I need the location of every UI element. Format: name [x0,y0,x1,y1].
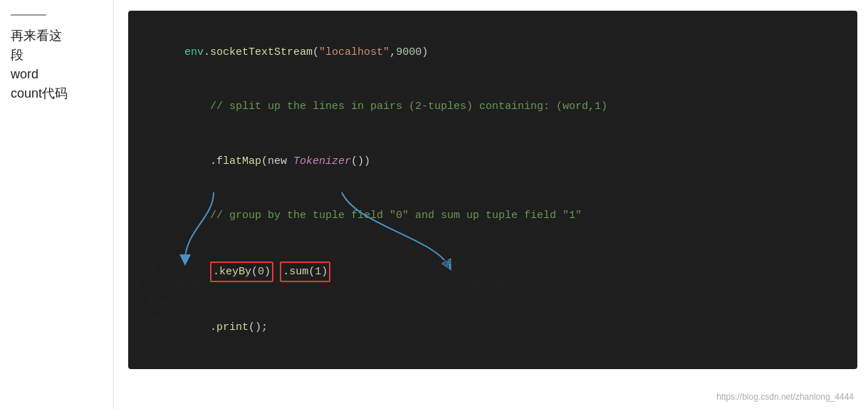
code-line-3: .flatMap(new Tokenizer()) [146,134,840,189]
annotation-left-detail: （对key进行了划分，不同task上不会出现相同的key） [135,293,244,348]
annotation-right: 调用内置的 StreamGroupedReduce UDF [406,257,553,293]
code-env: env [184,46,204,58]
annotation-left: 创建 KeyedStream （对key进行了划分，不同task上不会出现相同的… [135,257,244,348]
annotation-left-title: 创建 [135,257,244,275]
code-comment-1: // split up the lines in pairs (2-tuples… [184,100,607,113]
sidebar-decoration [11,14,46,16]
code-string-localhost: "localhost" [319,46,389,58]
annotation-right-title: 调用内置的 [406,257,553,275]
code-method-flatmap: flatMap [216,155,261,167]
annotation-right-sub: StreamGroupedReduce UDF [406,275,553,294]
sidebar: 再来看这 段 word count代码 [0,0,114,409]
main-content: env.socketTextStream("localhost",9000) /… [117,0,868,409]
arrow-left [171,189,256,264]
annotation-left-sub: KeyedStream [135,275,244,294]
code-line-2: // split up the lines in pairs (2-tuples… [146,80,840,135]
code-class-tokenizer: Tokenizer [293,155,351,167]
code-number-9000: 9000 [396,46,422,58]
sidebar-text: 再来看这 段 word count代码 [11,26,68,103]
code-method-socket: socketTextStream [210,46,313,58]
watermark: https://blog.csdn.net/zhanlong_4444 [716,392,854,402]
code-line-1: env.socketTextStream("localhost",9000) [146,25,840,80]
annotation-area: 创建 KeyedStream （对key进行了划分，不同task上不会出现相同的… [128,192,857,402]
